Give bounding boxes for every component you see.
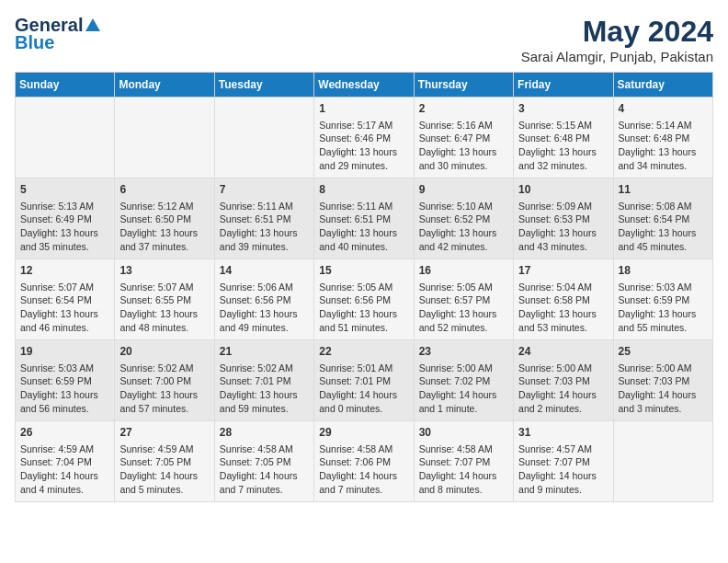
- day-info: Daylight: 13 hours: [619, 145, 708, 159]
- calendar-day-3: 3Sunrise: 5:15 AMSunset: 6:48 PMDaylight…: [514, 98, 613, 178]
- day-info: Daylight: 13 hours: [220, 307, 309, 321]
- day-number: 29: [319, 425, 408, 441]
- calendar-week-row: 12Sunrise: 5:07 AMSunset: 6:54 PMDayligh…: [16, 259, 713, 340]
- day-info: Sunrise: 5:07 AM: [20, 281, 109, 294]
- day-info: Sunset: 7:07 PM: [419, 455, 508, 469]
- day-info: and 48 minutes.: [119, 321, 209, 335]
- day-info: Sunrise: 5:05 AM: [419, 281, 508, 294]
- day-info: and 4 minutes.: [20, 483, 109, 497]
- day-info: Daylight: 13 hours: [119, 307, 209, 321]
- day-info: Sunset: 6:47 PM: [419, 132, 508, 145]
- calendar-day-28: 28Sunrise: 4:58 AMSunset: 7:05 PMDayligh…: [214, 421, 313, 502]
- day-info: and 59 minutes.: [220, 402, 309, 416]
- calendar-day-22: 22Sunrise: 5:01 AMSunset: 7:01 PMDayligh…: [314, 340, 414, 421]
- day-info: Daylight: 13 hours: [20, 388, 109, 402]
- day-info: Sunrise: 5:16 AM: [419, 119, 508, 132]
- day-info: Daylight: 14 hours: [319, 388, 408, 402]
- day-info: Sunset: 7:02 PM: [419, 374, 508, 388]
- day-info: Sunset: 6:58 PM: [518, 293, 608, 307]
- day-info: Sunset: 7:00 PM: [119, 374, 209, 388]
- day-info: Sunset: 7:07 PM: [518, 455, 608, 469]
- day-info: and 39 minutes.: [220, 240, 309, 254]
- calendar-day-15: 15Sunrise: 5:05 AMSunset: 6:56 PMDayligh…: [314, 259, 414, 340]
- day-info: and 29 minutes.: [319, 159, 408, 173]
- day-info: Daylight: 14 hours: [419, 469, 508, 483]
- day-info: Sunset: 6:54 PM: [619, 213, 708, 226]
- day-info: Sunset: 7:05 PM: [119, 455, 209, 469]
- day-number: 19: [20, 344, 109, 360]
- day-info: Daylight: 13 hours: [119, 388, 209, 402]
- day-info: Sunset: 6:54 PM: [20, 293, 109, 307]
- day-number: 17: [518, 263, 608, 279]
- day-info: Daylight: 14 hours: [419, 388, 508, 402]
- calendar-header-row: SundayMondayTuesdayWednesdayThursdayFrid…: [16, 73, 713, 98]
- day-info: Sunrise: 5:06 AM: [220, 281, 309, 294]
- day-info: and 49 minutes.: [220, 321, 309, 335]
- calendar-day-24: 24Sunrise: 5:00 AMSunset: 7:03 PMDayligh…: [514, 340, 613, 421]
- calendar-table: SundayMondayTuesdayWednesdayThursdayFrid…: [15, 72, 713, 502]
- day-info: Sunrise: 5:02 AM: [119, 362, 209, 375]
- day-info: Sunrise: 5:00 AM: [619, 362, 708, 375]
- calendar-day-6: 6Sunrise: 5:12 AMSunset: 6:50 PMDaylight…: [115, 178, 214, 259]
- day-info: Sunrise: 5:05 AM: [319, 281, 408, 294]
- day-info: Sunrise: 4:58 AM: [319, 442, 408, 456]
- calendar-day-8: 8Sunrise: 5:11 AMSunset: 6:51 PMDaylight…: [314, 178, 414, 259]
- day-info: and 51 minutes.: [319, 321, 408, 335]
- day-info: and 1 minute.: [419, 402, 508, 416]
- day-info: Daylight: 14 hours: [220, 469, 309, 483]
- subtitle: Sarai Alamgir, Punjab, Pakistan: [521, 49, 713, 64]
- day-info: Sunrise: 5:02 AM: [220, 362, 309, 375]
- title-area: May 2024 Sarai Alamgir, Punjab, Pakistan: [521, 15, 713, 64]
- header-sunday: Sunday: [16, 73, 115, 98]
- day-number: 31: [518, 425, 608, 441]
- day-info: Sunrise: 5:07 AM: [119, 281, 209, 294]
- day-info: and 7 minutes.: [220, 483, 309, 497]
- day-info: Sunset: 6:56 PM: [319, 293, 408, 307]
- day-info: Sunset: 7:06 PM: [319, 455, 408, 469]
- calendar-day-29: 29Sunrise: 4:58 AMSunset: 7:06 PMDayligh…: [314, 421, 414, 502]
- calendar-week-row: 26Sunrise: 4:59 AMSunset: 7:04 PMDayligh…: [16, 421, 713, 502]
- calendar-day-20: 20Sunrise: 5:02 AMSunset: 7:00 PMDayligh…: [115, 340, 214, 421]
- day-info: Sunset: 7:03 PM: [518, 374, 608, 388]
- day-number: 5: [20, 182, 109, 198]
- header-tuesday: Tuesday: [214, 73, 313, 98]
- day-info: Sunrise: 5:11 AM: [319, 200, 408, 213]
- logo: General Blue: [15, 15, 102, 53]
- day-info: Daylight: 13 hours: [20, 307, 109, 321]
- calendar-day-2: 2Sunrise: 5:16 AMSunset: 6:47 PMDaylight…: [414, 98, 513, 178]
- day-number: 26: [20, 425, 109, 441]
- calendar-day-14: 14Sunrise: 5:06 AMSunset: 6:56 PMDayligh…: [214, 259, 313, 340]
- day-info: Sunrise: 4:57 AM: [518, 442, 608, 456]
- day-info: Sunrise: 5:10 AM: [419, 200, 508, 213]
- calendar-week-row: 19Sunrise: 5:03 AMSunset: 6:59 PMDayligh…: [16, 340, 713, 421]
- header-thursday: Thursday: [414, 73, 513, 98]
- day-number: 18: [619, 263, 708, 279]
- day-info: Daylight: 14 hours: [20, 469, 109, 483]
- day-info: Daylight: 13 hours: [619, 226, 708, 240]
- day-info: Sunset: 6:50 PM: [119, 213, 209, 226]
- header-monday: Monday: [115, 73, 214, 98]
- calendar-day-13: 13Sunrise: 5:07 AMSunset: 6:55 PMDayligh…: [115, 259, 214, 340]
- day-info: Sunset: 6:59 PM: [619, 293, 708, 307]
- day-info: and 34 minutes.: [619, 159, 708, 173]
- calendar-empty-cell: [16, 98, 115, 178]
- day-info: Sunrise: 5:00 AM: [518, 362, 608, 375]
- calendar-day-27: 27Sunrise: 4:59 AMSunset: 7:05 PMDayligh…: [115, 421, 214, 502]
- day-number: 4: [619, 101, 708, 117]
- logo-blue: Blue: [15, 32, 54, 53]
- day-info: and 52 minutes.: [419, 321, 508, 335]
- day-number: 25: [619, 344, 708, 360]
- day-info: Sunrise: 5:09 AM: [518, 200, 608, 213]
- calendar-day-31: 31Sunrise: 4:57 AMSunset: 7:07 PMDayligh…: [514, 421, 613, 502]
- day-info: Daylight: 13 hours: [419, 307, 508, 321]
- day-info: and 32 minutes.: [518, 159, 608, 173]
- day-info: Daylight: 13 hours: [20, 226, 109, 240]
- day-info: Daylight: 14 hours: [619, 388, 708, 402]
- day-info: Sunrise: 5:15 AM: [518, 119, 608, 132]
- calendar-day-4: 4Sunrise: 5:14 AMSunset: 6:48 PMDaylight…: [613, 98, 712, 178]
- day-info: and 42 minutes.: [419, 240, 508, 254]
- day-number: 7: [220, 182, 309, 198]
- day-number: 28: [220, 425, 309, 441]
- day-info: Sunset: 7:04 PM: [20, 455, 109, 469]
- day-info: and 7 minutes.: [319, 483, 408, 497]
